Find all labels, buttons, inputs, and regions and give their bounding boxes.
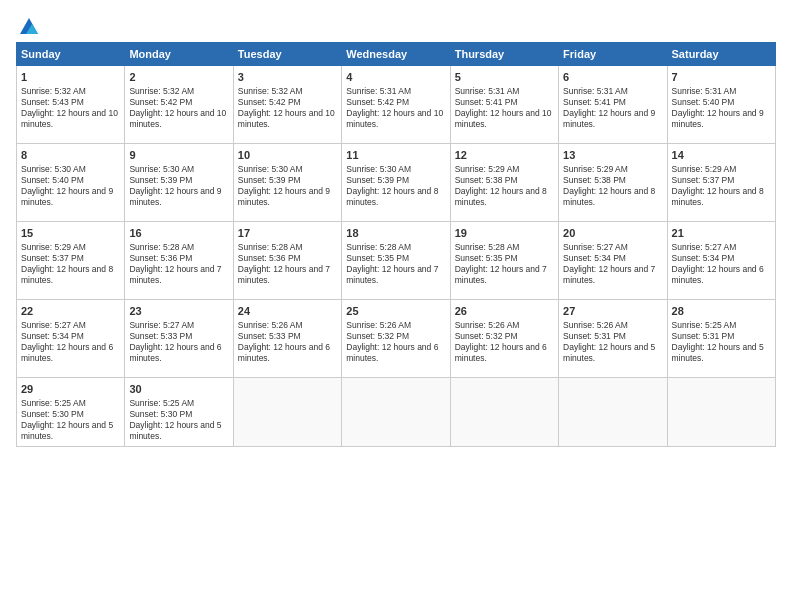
calendar-cell: 4Sunrise: 5:31 AMSunset: 5:42 PMDaylight… — [342, 66, 450, 144]
day-number: 29 — [21, 382, 120, 397]
day-info: Sunrise: 5:32 AMSunset: 5:42 PMDaylight:… — [129, 86, 228, 130]
day-number: 6 — [563, 70, 662, 85]
calendar-cell — [233, 378, 341, 447]
day-info: Sunrise: 5:28 AMSunset: 5:36 PMDaylight:… — [129, 242, 228, 286]
col-header-monday: Monday — [125, 43, 233, 66]
day-number: 8 — [21, 148, 120, 163]
calendar-cell: 16Sunrise: 5:28 AMSunset: 5:36 PMDayligh… — [125, 222, 233, 300]
day-info: Sunrise: 5:30 AMSunset: 5:39 PMDaylight:… — [346, 164, 445, 208]
day-info: Sunrise: 5:30 AMSunset: 5:39 PMDaylight:… — [238, 164, 337, 208]
calendar-cell: 25Sunrise: 5:26 AMSunset: 5:32 PMDayligh… — [342, 300, 450, 378]
calendar-week-2: 8Sunrise: 5:30 AMSunset: 5:40 PMDaylight… — [17, 144, 776, 222]
col-header-friday: Friday — [559, 43, 667, 66]
day-number: 20 — [563, 226, 662, 241]
day-number: 26 — [455, 304, 554, 319]
day-info: Sunrise: 5:27 AMSunset: 5:34 PMDaylight:… — [563, 242, 662, 286]
col-header-thursday: Thursday — [450, 43, 558, 66]
calendar-cell: 1Sunrise: 5:32 AMSunset: 5:43 PMDaylight… — [17, 66, 125, 144]
day-number: 30 — [129, 382, 228, 397]
day-number: 22 — [21, 304, 120, 319]
calendar-cell: 26Sunrise: 5:26 AMSunset: 5:32 PMDayligh… — [450, 300, 558, 378]
calendar-cell: 20Sunrise: 5:27 AMSunset: 5:34 PMDayligh… — [559, 222, 667, 300]
day-info: Sunrise: 5:27 AMSunset: 5:33 PMDaylight:… — [129, 320, 228, 364]
header — [16, 16, 776, 34]
day-info: Sunrise: 5:30 AMSunset: 5:40 PMDaylight:… — [21, 164, 120, 208]
calendar-table: SundayMondayTuesdayWednesdayThursdayFrid… — [16, 42, 776, 447]
calendar-header-row: SundayMondayTuesdayWednesdayThursdayFrid… — [17, 43, 776, 66]
day-number: 9 — [129, 148, 228, 163]
calendar-body: 1Sunrise: 5:32 AMSunset: 5:43 PMDaylight… — [17, 66, 776, 447]
calendar-cell: 22Sunrise: 5:27 AMSunset: 5:34 PMDayligh… — [17, 300, 125, 378]
day-number: 13 — [563, 148, 662, 163]
calendar-cell: 2Sunrise: 5:32 AMSunset: 5:42 PMDaylight… — [125, 66, 233, 144]
day-number: 28 — [672, 304, 771, 319]
calendar-cell: 23Sunrise: 5:27 AMSunset: 5:33 PMDayligh… — [125, 300, 233, 378]
day-number: 2 — [129, 70, 228, 85]
calendar-cell: 29Sunrise: 5:25 AMSunset: 5:30 PMDayligh… — [17, 378, 125, 447]
day-number: 15 — [21, 226, 120, 241]
day-info: Sunrise: 5:27 AMSunset: 5:34 PMDaylight:… — [21, 320, 120, 364]
calendar-cell: 30Sunrise: 5:25 AMSunset: 5:30 PMDayligh… — [125, 378, 233, 447]
day-number: 23 — [129, 304, 228, 319]
calendar-page: SundayMondayTuesdayWednesdayThursdayFrid… — [0, 0, 792, 612]
col-header-saturday: Saturday — [667, 43, 775, 66]
calendar-cell: 12Sunrise: 5:29 AMSunset: 5:38 PMDayligh… — [450, 144, 558, 222]
day-info: Sunrise: 5:26 AMSunset: 5:31 PMDaylight:… — [563, 320, 662, 364]
calendar-cell: 15Sunrise: 5:29 AMSunset: 5:37 PMDayligh… — [17, 222, 125, 300]
day-info: Sunrise: 5:32 AMSunset: 5:43 PMDaylight:… — [21, 86, 120, 130]
calendar-cell: 21Sunrise: 5:27 AMSunset: 5:34 PMDayligh… — [667, 222, 775, 300]
day-number: 10 — [238, 148, 337, 163]
calendar-cell: 3Sunrise: 5:32 AMSunset: 5:42 PMDaylight… — [233, 66, 341, 144]
day-number: 24 — [238, 304, 337, 319]
day-number: 11 — [346, 148, 445, 163]
day-info: Sunrise: 5:29 AMSunset: 5:38 PMDaylight:… — [455, 164, 554, 208]
calendar-cell: 11Sunrise: 5:30 AMSunset: 5:39 PMDayligh… — [342, 144, 450, 222]
calendar-week-4: 22Sunrise: 5:27 AMSunset: 5:34 PMDayligh… — [17, 300, 776, 378]
day-info: Sunrise: 5:29 AMSunset: 5:38 PMDaylight:… — [563, 164, 662, 208]
day-number: 25 — [346, 304, 445, 319]
calendar-cell — [559, 378, 667, 447]
col-header-sunday: Sunday — [17, 43, 125, 66]
calendar-cell: 27Sunrise: 5:26 AMSunset: 5:31 PMDayligh… — [559, 300, 667, 378]
calendar-cell: 7Sunrise: 5:31 AMSunset: 5:40 PMDaylight… — [667, 66, 775, 144]
day-number: 3 — [238, 70, 337, 85]
calendar-cell: 18Sunrise: 5:28 AMSunset: 5:35 PMDayligh… — [342, 222, 450, 300]
day-info: Sunrise: 5:28 AMSunset: 5:35 PMDaylight:… — [455, 242, 554, 286]
day-number: 21 — [672, 226, 771, 241]
day-info: Sunrise: 5:32 AMSunset: 5:42 PMDaylight:… — [238, 86, 337, 130]
day-info: Sunrise: 5:26 AMSunset: 5:32 PMDaylight:… — [455, 320, 554, 364]
logo-icon — [18, 16, 40, 38]
calendar-week-5: 29Sunrise: 5:25 AMSunset: 5:30 PMDayligh… — [17, 378, 776, 447]
calendar-cell — [667, 378, 775, 447]
col-header-tuesday: Tuesday — [233, 43, 341, 66]
day-number: 4 — [346, 70, 445, 85]
day-info: Sunrise: 5:28 AMSunset: 5:35 PMDaylight:… — [346, 242, 445, 286]
day-number: 27 — [563, 304, 662, 319]
day-info: Sunrise: 5:26 AMSunset: 5:32 PMDaylight:… — [346, 320, 445, 364]
day-info: Sunrise: 5:31 AMSunset: 5:41 PMDaylight:… — [455, 86, 554, 130]
day-info: Sunrise: 5:31 AMSunset: 5:41 PMDaylight:… — [563, 86, 662, 130]
calendar-cell: 17Sunrise: 5:28 AMSunset: 5:36 PMDayligh… — [233, 222, 341, 300]
calendar-cell — [450, 378, 558, 447]
day-info: Sunrise: 5:28 AMSunset: 5:36 PMDaylight:… — [238, 242, 337, 286]
day-number: 14 — [672, 148, 771, 163]
day-info: Sunrise: 5:27 AMSunset: 5:34 PMDaylight:… — [672, 242, 771, 286]
calendar-cell: 6Sunrise: 5:31 AMSunset: 5:41 PMDaylight… — [559, 66, 667, 144]
day-info: Sunrise: 5:25 AMSunset: 5:30 PMDaylight:… — [129, 398, 228, 442]
calendar-cell: 14Sunrise: 5:29 AMSunset: 5:37 PMDayligh… — [667, 144, 775, 222]
day-number: 1 — [21, 70, 120, 85]
calendar-cell: 9Sunrise: 5:30 AMSunset: 5:39 PMDaylight… — [125, 144, 233, 222]
day-number: 16 — [129, 226, 228, 241]
day-info: Sunrise: 5:25 AMSunset: 5:30 PMDaylight:… — [21, 398, 120, 442]
day-number: 19 — [455, 226, 554, 241]
calendar-cell: 24Sunrise: 5:26 AMSunset: 5:33 PMDayligh… — [233, 300, 341, 378]
calendar-week-3: 15Sunrise: 5:29 AMSunset: 5:37 PMDayligh… — [17, 222, 776, 300]
col-header-wednesday: Wednesday — [342, 43, 450, 66]
day-number: 12 — [455, 148, 554, 163]
calendar-cell: 5Sunrise: 5:31 AMSunset: 5:41 PMDaylight… — [450, 66, 558, 144]
calendar-cell: 10Sunrise: 5:30 AMSunset: 5:39 PMDayligh… — [233, 144, 341, 222]
day-number: 17 — [238, 226, 337, 241]
day-number: 5 — [455, 70, 554, 85]
calendar-cell — [342, 378, 450, 447]
day-info: Sunrise: 5:31 AMSunset: 5:42 PMDaylight:… — [346, 86, 445, 130]
